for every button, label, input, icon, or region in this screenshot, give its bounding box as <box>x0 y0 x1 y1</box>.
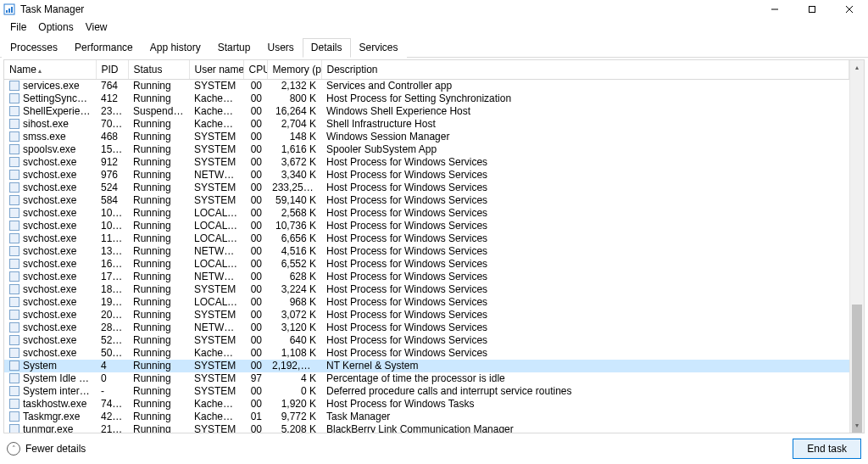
tab-services[interactable]: Services <box>351 38 407 58</box>
table-row[interactable]: svchost.exe5296RunningSYSTEM00640 KHost … <box>4 334 849 347</box>
close-button[interactable] <box>831 0 868 19</box>
process-icon <box>9 271 19 282</box>
table-row[interactable]: svchost.exe2864RunningNETWORK...003,120 … <box>4 321 849 334</box>
process-icon <box>9 233 19 243</box>
menu-bar: File Options View <box>0 19 868 37</box>
scroll-up-icon[interactable]: ▴ <box>850 60 864 75</box>
table-row[interactable]: svchost.exe524RunningSYSTEM00233,252 KHo… <box>4 182 849 194</box>
svg-rect-2 <box>8 8 10 13</box>
table-row[interactable]: tunmgr.exe2100RunningSYSTEM005,208 KBlac… <box>4 423 849 433</box>
svg-rect-1 <box>6 10 8 13</box>
table-row[interactable]: svchost.exe2024RunningSYSTEM003,072 KHos… <box>4 309 849 321</box>
process-icon <box>9 195 19 205</box>
menu-file[interactable]: File <box>5 20 31 34</box>
process-icon <box>9 131 19 142</box>
process-icon <box>9 373 19 383</box>
process-icon <box>9 208 19 218</box>
process-icon <box>9 284 19 294</box>
process-icon <box>9 144 19 154</box>
menu-options[interactable]: Options <box>33 20 78 34</box>
tab-strip: Processes Performance App history Startu… <box>0 37 868 58</box>
process-icon <box>9 411 19 422</box>
table-row[interactable]: svchost.exe912RunningSYSTEM003,672 KHost… <box>4 156 849 169</box>
col-header-memory[interactable]: Memory (p... <box>267 60 321 80</box>
process-icon <box>9 106 19 116</box>
collapse-icon: ˄ <box>7 442 20 456</box>
tab-startup[interactable]: Startup <box>209 38 259 58</box>
window-title: Task Manager <box>20 3 84 15</box>
svg-rect-3 <box>11 7 13 13</box>
svg-rect-5 <box>810 7 815 13</box>
minimize-button[interactable] <box>756 0 793 19</box>
process-icon <box>9 221 19 231</box>
end-task-button[interactable]: End task <box>793 439 861 459</box>
process-icon <box>9 335 19 345</box>
tab-users[interactable]: Users <box>259 38 302 58</box>
table-row[interactable]: svchost.exe976RunningNETWORK...003,340 K… <box>4 169 849 182</box>
table-row[interactable]: svchost.exe1656RunningLOCAL SE...006,552… <box>4 258 849 271</box>
table-row[interactable]: svchost.exe1088RunningLOCAL SE...002,568… <box>4 207 849 220</box>
process-icon <box>9 361 19 371</box>
tab-processes[interactable]: Processes <box>2 38 66 58</box>
col-header-name[interactable]: Name▴ <box>4 60 96 80</box>
table-row[interactable]: svchost.exe1156RunningLOCAL SE...006,656… <box>4 232 849 245</box>
table-row[interactable]: ShellExperienceHost....2328SuspendedKach… <box>4 105 849 118</box>
table-row[interactable]: System interrupts-RunningSYSTEM000 KDefe… <box>4 385 849 398</box>
sort-indicator-icon: ▴ <box>38 67 42 75</box>
tab-details[interactable]: Details <box>303 38 351 58</box>
col-header-cpu[interactable]: CPU <box>243 60 267 80</box>
process-icon <box>9 322 19 333</box>
process-icon <box>9 182 19 193</box>
tab-app-history[interactable]: App history <box>142 38 209 58</box>
process-icon <box>9 157 19 167</box>
scroll-thumb[interactable] <box>852 305 862 433</box>
process-icon <box>9 424 19 433</box>
table-row[interactable]: sihost.exe7068RunningKachecks002,704 KSh… <box>4 118 849 131</box>
process-icon <box>9 386 19 396</box>
footer-bar: ˄ Fewer details End task <box>0 435 868 464</box>
process-icon <box>9 297 19 307</box>
table-row[interactable]: svchost.exe1336RunningNETWORK...004,516 … <box>4 245 849 258</box>
table-row[interactable]: SettingSyncHost.exe412RunningKachecks008… <box>4 92 849 105</box>
process-icon <box>9 119 19 129</box>
process-icon <box>9 310 19 320</box>
col-header-description[interactable]: Description <box>321 60 849 80</box>
table-row[interactable]: services.exe764RunningSYSTEM002,132 KSer… <box>4 80 849 93</box>
table-row[interactable]: svchost.exe1732RunningNETWORK...00628 KH… <box>4 271 849 283</box>
table-row[interactable]: taskhostw.exe7464RunningKachecks001,920 … <box>4 398 849 411</box>
menu-view[interactable]: View <box>81 20 113 34</box>
process-icon <box>9 259 19 269</box>
table-row[interactable]: svchost.exe584RunningSYSTEM0059,140 KHos… <box>4 194 849 207</box>
table-row[interactable]: smss.exe468RunningSYSTEM00148 KWindows S… <box>4 131 849 143</box>
table-row[interactable]: Taskmgr.exe4288RunningKachecks019,772 KT… <box>4 411 849 423</box>
process-icon <box>9 246 19 256</box>
table-row[interactable]: System Idle Process0RunningSYSTEM974 KPe… <box>4 372 849 385</box>
fewer-details-label: Fewer details <box>25 443 86 455</box>
app-icon <box>3 3 15 15</box>
process-icon <box>9 170 19 180</box>
table-row[interactable]: svchost.exe1928RunningLOCAL SE...00968 K… <box>4 296 849 309</box>
maximize-button[interactable] <box>793 0 831 19</box>
col-header-status[interactable]: Status <box>128 60 189 80</box>
fewer-details-toggle[interactable]: ˄ Fewer details <box>7 442 86 456</box>
process-icon <box>9 399 19 409</box>
col-header-user[interactable]: User name <box>189 60 243 80</box>
process-icon <box>9 348 19 358</box>
process-icon <box>9 93 19 103</box>
vertical-scrollbar[interactable]: ▴ ▾ <box>849 60 864 433</box>
table-row[interactable]: System4RunningSYSTEM002,192,224 KNT Kern… <box>4 360 849 372</box>
title-bar: Task Manager <box>0 0 868 19</box>
table-row[interactable]: svchost.exe5060RunningKachecks001,108 KH… <box>4 347 849 360</box>
tab-performance[interactable]: Performance <box>66 38 142 58</box>
process-icon <box>9 81 19 91</box>
scroll-down-icon[interactable]: ▾ <box>850 418 864 433</box>
table-row[interactable]: svchost.exe1816RunningSYSTEM003,224 KHos… <box>4 283 849 296</box>
col-header-pid[interactable]: PID <box>96 60 128 80</box>
table-row[interactable]: spoolsv.exe1500RunningSYSTEM001,616 KSpo… <box>4 143 849 156</box>
details-grid[interactable]: Name▴ PID Status User name CPU Memory (p… <box>4 60 849 433</box>
table-row[interactable]: svchost.exe1096RunningLOCAL SE...0010,73… <box>4 220 849 232</box>
